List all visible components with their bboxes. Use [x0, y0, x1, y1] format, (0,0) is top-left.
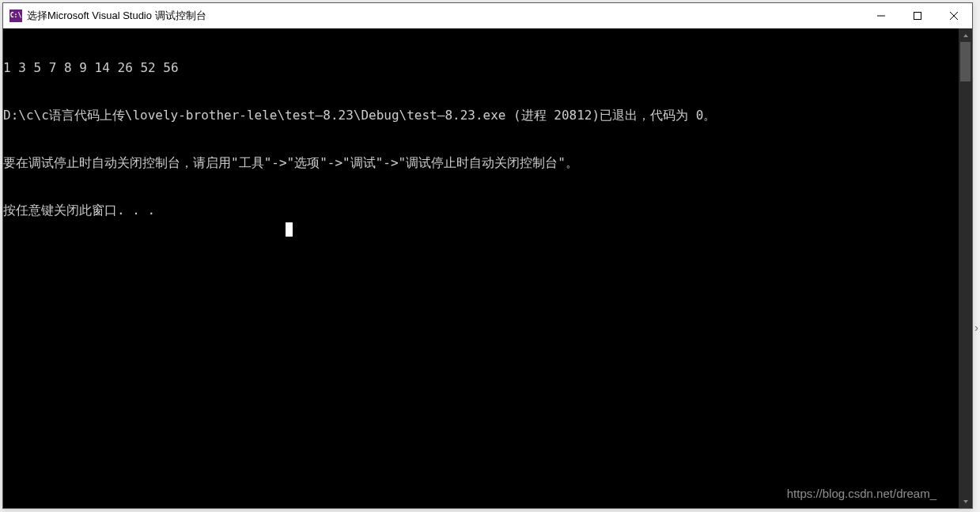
console-line: 要在调试停止时自动关闭控制台，请启用"工具"->"选项"->"调试"->"调试停… — [3, 155, 959, 171]
svg-rect-1 — [914, 12, 921, 19]
minimize-button[interactable] — [863, 3, 899, 28]
console-line: D:\c\c语言代码上传\lovely-brother-lele\test—8.… — [3, 108, 959, 123]
text-cursor — [286, 222, 293, 237]
console-line: 按任意键关闭此窗口. . . — [3, 203, 959, 218]
close-button[interactable] — [936, 3, 972, 28]
svg-marker-5 — [963, 500, 968, 503]
maximize-button[interactable] — [899, 3, 936, 28]
maximize-icon — [914, 12, 921, 20]
window-title: 选择Microsoft Visual Studio 调试控制台 — [27, 9, 863, 23]
chevron-up-icon — [963, 32, 969, 39]
console-line: 1 3 5 7 8 9 14 26 52 56 — [3, 60, 959, 76]
vertical-scrollbar[interactable] — [959, 28, 972, 508]
scrollbar-up-button[interactable] — [959, 28, 972, 42]
window-controls — [863, 3, 972, 28]
console-output[interactable]: 1 3 5 7 8 9 14 26 52 56 D:\c\c语言代码上传\lov… — [3, 28, 959, 508]
scrollbar-down-button[interactable] — [959, 495, 972, 508]
chevron-down-icon — [963, 499, 969, 505]
minimize-icon — [877, 12, 885, 20]
watermark-text: https://blog.csdn.net/dream_ — [787, 486, 936, 502]
scrollbar-thumb[interactable] — [960, 42, 971, 82]
close-icon — [950, 12, 958, 20]
console-window: C:\ 选择Microsoft Visual Studio 调试控制台 1 3 … — [2, 2, 973, 509]
side-chevron-icon: › — [973, 320, 980, 335]
titlebar[interactable]: C:\ 选择Microsoft Visual Studio 调试控制台 — [3, 3, 972, 28]
console-wrapper: 1 3 5 7 8 9 14 26 52 56 D:\c\c语言代码上传\lov… — [3, 28, 972, 508]
app-icon: C:\ — [9, 9, 22, 22]
svg-marker-4 — [963, 34, 968, 37]
